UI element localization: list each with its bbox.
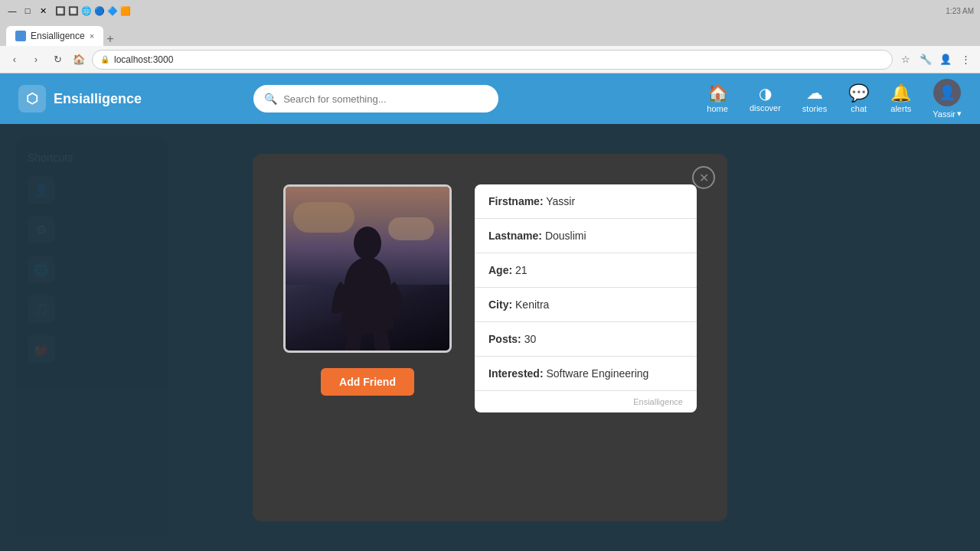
tab-close-button[interactable]: × bbox=[90, 31, 94, 41]
info-posts: Posts: 30 bbox=[475, 322, 697, 357]
forward-button[interactable]: › bbox=[28, 51, 44, 68]
lock-icon: 🔒 bbox=[100, 55, 109, 64]
tab-favicon bbox=[15, 31, 26, 41]
person-silhouette bbox=[325, 220, 410, 350]
info-lastname: Lastname: Douslimi bbox=[475, 219, 697, 253]
search-bar: 🔍 bbox=[253, 85, 498, 112]
interested-label: Interested: bbox=[488, 367, 544, 380]
age-val: 21 bbox=[515, 264, 528, 276]
extensions-button[interactable]: 🔧 bbox=[917, 51, 934, 68]
profile-image-bg bbox=[286, 187, 449, 350]
address-text: localhost:3000 bbox=[114, 54, 173, 65]
app-name: Ensialligence bbox=[54, 91, 142, 107]
nav-icons: 🏠 home ◑ discover ☁ stories 💬 chat 🔔 ale… bbox=[707, 79, 962, 119]
system-time: 1:23 AM bbox=[946, 7, 974, 15]
search-icon: 🔍 bbox=[264, 93, 277, 105]
browser-restore[interactable]: □ bbox=[21, 5, 34, 17]
lastname-val: Douslimi bbox=[545, 230, 586, 242]
nav-stories-label: stories bbox=[802, 104, 827, 113]
user-name-area: Yassir ▾ bbox=[933, 109, 962, 119]
firstname-val: Yassir bbox=[546, 195, 575, 207]
browser-top-bar: — □ ✕ 🔲 🔲 🌐 🔵 🔷 🟧 1:23 AM bbox=[0, 0, 980, 21]
user-name: Yassir bbox=[933, 109, 956, 119]
logo-area: ⬡ Ensialligence bbox=[18, 85, 142, 112]
nav-alerts[interactable]: 🔔 alerts bbox=[890, 85, 911, 113]
firstname-label: Firstname: bbox=[488, 195, 544, 207]
city-val: Kenitra bbox=[515, 298, 549, 311]
dropdown-arrow: ▾ bbox=[957, 109, 962, 119]
user-avatar[interactable]: 👤 Yassir ▾ bbox=[933, 79, 962, 119]
browser-close[interactable]: ✕ bbox=[37, 5, 49, 17]
info-age: Age: 21 bbox=[475, 253, 697, 288]
lastname-label: Lastname: bbox=[488, 230, 542, 242]
profile-info-card: Firstname: Yassir Lastname: Douslimi Age… bbox=[475, 184, 697, 412]
alerts-icon: 🔔 bbox=[890, 85, 911, 102]
address-bar[interactable]: 🔒 localhost:3000 bbox=[92, 50, 893, 70]
posts-label: Posts: bbox=[488, 333, 521, 345]
profile-image-section: Add Friend bbox=[283, 184, 452, 396]
logo-icon: ⬡ bbox=[18, 85, 46, 112]
nav-stories[interactable]: ☁ stories bbox=[802, 85, 827, 113]
browser-app-icons: 🔲 🔲 🌐 🔵 🔷 🟧 bbox=[55, 6, 131, 16]
modal-overlay: ✕ bbox=[0, 124, 980, 551]
app-header: ⬡ Ensialligence 🔍 🏠 home ◑ discover ☁ st… bbox=[0, 73, 980, 124]
stories-icon: ☁ bbox=[806, 85, 823, 102]
browser-nav-bar: ‹ › ↻ 🏠 🔒 localhost:3000 ☆ 🔧 👤 ⋮ bbox=[0, 46, 980, 73]
modal-close-button[interactable]: ✕ bbox=[692, 166, 715, 189]
browser-chrome: — □ ✕ 🔲 🔲 🌐 🔵 🔷 🟧 1:23 AM Ensialligence … bbox=[0, 0, 980, 73]
info-city: City: Kenitra bbox=[475, 288, 697, 322]
age-label: Age: bbox=[488, 264, 512, 276]
profile-image-frame bbox=[283, 184, 452, 353]
back-button[interactable]: ‹ bbox=[6, 51, 23, 68]
info-interested: Interested: Software Engineering bbox=[475, 357, 697, 391]
nav-chat[interactable]: 💬 chat bbox=[848, 85, 869, 113]
browser-nav-actions: ☆ 🔧 👤 ⋮ bbox=[897, 51, 974, 68]
nav-home-label: home bbox=[707, 104, 728, 113]
home-nav-button[interactable]: 🏠 bbox=[70, 51, 87, 68]
info-firstname: Firstname: Yassir bbox=[475, 184, 697, 219]
search-wrapper: 🔍 bbox=[253, 85, 498, 112]
browser-minimize[interactable]: — bbox=[6, 5, 18, 17]
browser-tab-bar: Ensialligence × + bbox=[0, 21, 980, 46]
home-icon: 🏠 bbox=[707, 85, 728, 102]
add-friend-button[interactable]: Add Friend bbox=[321, 368, 414, 396]
avatar-circle: 👤 bbox=[933, 79, 961, 106]
browser-tab-active[interactable]: Ensialligence × bbox=[6, 26, 103, 46]
interested-val: Software Engineering bbox=[546, 367, 648, 380]
nav-discover-label: discover bbox=[750, 103, 781, 112]
nav-home[interactable]: 🏠 home bbox=[707, 85, 728, 113]
card-footer: Ensialligence bbox=[475, 391, 697, 412]
profile-modal: ✕ bbox=[253, 154, 727, 521]
svg-point-0 bbox=[354, 227, 381, 260]
new-tab-button[interactable]: + bbox=[106, 32, 113, 46]
city-label: City: bbox=[488, 298, 512, 311]
search-input[interactable] bbox=[283, 93, 488, 105]
profile-button[interactable]: 👤 bbox=[937, 51, 954, 68]
nav-alerts-label: alerts bbox=[890, 104, 911, 113]
nav-chat-label: chat bbox=[851, 104, 867, 113]
tab-title: Ensialligence bbox=[31, 31, 85, 41]
nav-discover[interactable]: ◑ discover bbox=[750, 86, 781, 112]
posts-val: 30 bbox=[524, 333, 537, 345]
bookmark-button[interactable]: ☆ bbox=[897, 51, 914, 68]
discover-icon: ◑ bbox=[759, 86, 772, 101]
menu-button[interactable]: ⋮ bbox=[957, 51, 974, 68]
chat-icon: 💬 bbox=[848, 85, 869, 102]
reload-button[interactable]: ↻ bbox=[49, 51, 66, 68]
